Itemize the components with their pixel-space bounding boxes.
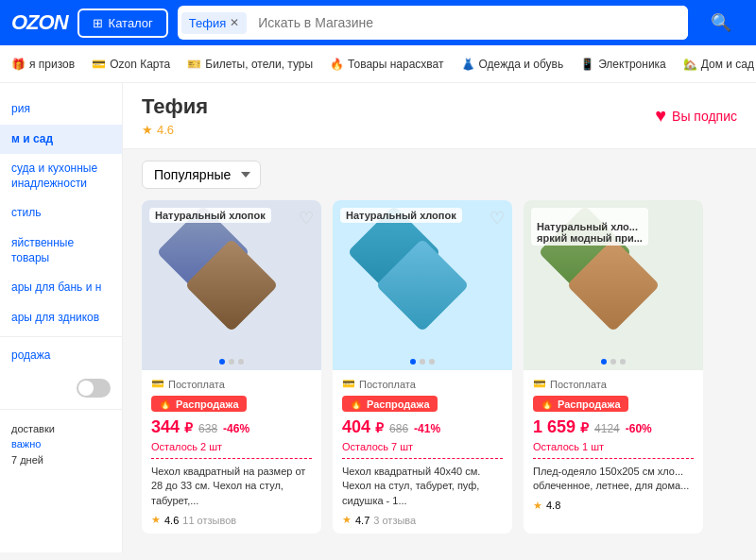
rating-row-0: ★ 4.6 11 отзывов (151, 514, 312, 526)
price-main-0: 344 ₽ (151, 417, 193, 437)
rating-row-1: ★ 4.7 3 отзыва (342, 514, 503, 526)
price-row-1: 404 ₽ 686 -41% (342, 417, 503, 437)
sort-select[interactable]: Популярные По цене По рейтингу Новинки (142, 161, 261, 189)
nav-hot[interactable]: 🔥 Товары нарасхват (330, 58, 443, 71)
stock-info-2: Осталось 1 шт (533, 441, 694, 459)
search-button[interactable]: 🔍 (697, 0, 745, 45)
ozon-logo: OZON (11, 10, 68, 35)
price-discount-2: -60% (626, 422, 652, 435)
product-heart-0[interactable]: ♡ (299, 208, 314, 229)
fire-icon-1: 🔥 (350, 398, 363, 410)
postpay-1: 💳 Постоплата (342, 378, 503, 390)
price-old-2: 4124 (594, 422, 620, 435)
shop-rating: ★ 4.6 (142, 123, 208, 137)
dot-2 (229, 359, 234, 365)
price-discount-0: -46% (223, 422, 249, 435)
reviews-1: 3 отзыва (373, 515, 416, 526)
search-input[interactable] (250, 6, 688, 40)
dot-2-active (601, 359, 607, 365)
sidebar-item-1[interactable]: м и сад (0, 125, 122, 155)
product-dots-2 (601, 359, 626, 365)
dot-1-2 (420, 359, 425, 365)
product-card-0[interactable]: Натуральный хлопок ♡ 💳 Постоплата (142, 200, 321, 534)
search-tag-close[interactable]: ✕ (230, 16, 239, 29)
stock-info-1: Осталось 7 шт (342, 441, 503, 459)
product-info-2: 💳 Постоплата 🔥 Распродажа 1 659 ₽ 4124 -… (524, 370, 703, 519)
product-card-2[interactable]: Натуральный хло... яркий модный при... 💳… (524, 200, 703, 534)
sidebar-toggle[interactable] (77, 379, 111, 398)
sidebar-item-3[interactable]: стиль (0, 198, 122, 229)
product-info-1: 💳 Постоплата 🔥 Распродажа 404 ₽ 686 -41% (333, 370, 512, 534)
stars-2: ★ (533, 500, 542, 512)
nav-home[interactable]: 🏡 Дом и сад (683, 58, 754, 71)
nav-card[interactable]: 💳 Ozon Карта (92, 58, 170, 71)
dot-3 (238, 359, 244, 365)
nav-bar: 🎁 я призов 💳 Ozon Карта 🎫 Билеты, отели,… (0, 45, 756, 83)
grid-icon: ⊞ (93, 16, 103, 30)
price-discount-1: -41% (414, 422, 440, 435)
nav-clothes[interactable]: 👗 Одежда и обувь (461, 58, 564, 71)
subscribe-button[interactable]: ♥ Вы подпис (655, 105, 737, 127)
electronics-icon: 📱 (580, 58, 594, 71)
catalog-button[interactable]: ⊞ Каталог (77, 8, 168, 38)
delivery-value: важно (11, 436, 111, 452)
sidebar-item-0[interactable]: рия (0, 94, 122, 125)
sale-badge-1: 🔥 Распродажа (342, 396, 438, 412)
diamond-wrap-0 (142, 200, 321, 370)
product-card-1[interactable]: Натуральный хлопок ♡ 💳 Постоплата (333, 200, 512, 534)
rating-0: 4.6 (164, 515, 179, 526)
reviews-0: 11 отзывов (182, 515, 236, 526)
rating-2: 4.8 (546, 500, 560, 511)
product-heart-1[interactable]: ♡ (490, 208, 505, 229)
sidebar-item-5[interactable]: ары для бань и н (0, 273, 122, 303)
clothes-icon: 👗 (461, 58, 475, 71)
sale-badge-0: 🔥 Распродажа (151, 396, 247, 412)
product-title-1: Чехол квадратный 40x40 см. Чехол на стул… (342, 465, 503, 508)
price-row-2: 1 659 ₽ 4124 -60% (533, 417, 694, 437)
nav-prizes[interactable]: 🎁 я призов (11, 58, 75, 71)
prizes-icon: 🎁 (11, 58, 26, 71)
stock-info-0: Осталось 2 шт (151, 441, 312, 459)
product-image-2: Натуральный хло... яркий модный при... (524, 200, 703, 370)
nav-travel[interactable]: 🎫 Билеты, отели, туры (187, 58, 313, 71)
product-dots-0 (219, 359, 244, 365)
search-tag[interactable]: Тефия ✕ (181, 12, 247, 34)
rating-value: 4.6 (157, 123, 174, 137)
price-main-1: 404 ₽ (342, 417, 384, 437)
sidebar-item-sale[interactable]: родажа (0, 341, 122, 371)
postpay-icon-1: 💳 (342, 378, 355, 390)
sale-badge-2: 🔥 Распродажа (533, 396, 628, 412)
stars-0: ★ (151, 514, 161, 526)
product-info-0: 💳 Постоплата 🔥 Распродажа 344 ₽ 638 -46% (142, 370, 321, 534)
nav-electronics[interactable]: 📱 Электроника (580, 58, 666, 71)
home-icon: 🏡 (683, 58, 697, 71)
product-dots-1 (410, 359, 435, 365)
fire-icon-0: 🔥 (159, 398, 172, 410)
sidebar-delivery: доставки важно 7 дней (0, 414, 122, 476)
product-image-1: Натуральный хлопок ♡ (333, 200, 512, 370)
sidebar-item-4[interactable]: яйственные товары (0, 229, 122, 273)
postpay-2: 💳 Постоплата (533, 378, 694, 390)
postpay-icon: 💳 (151, 378, 164, 390)
dot-1-active (410, 359, 416, 365)
main-content: Тефия ★ 4.6 ♥ Вы подпис Популярные По це… (123, 83, 756, 552)
sidebar-toggle-row (0, 371, 122, 405)
search-icon: 🔍 (711, 13, 731, 32)
dot-2-2 (610, 359, 616, 365)
search-tag-text: Тефия (189, 16, 226, 30)
dot-1-3 (429, 359, 435, 365)
product-badge-0: Натуральный хлопок (149, 208, 271, 223)
postpay-0: 💳 Постоплата (151, 378, 312, 390)
sidebar-divider-2 (0, 409, 122, 410)
delivery-label: доставки (11, 421, 111, 437)
price-row-0: 344 ₽ 638 -46% (151, 417, 312, 437)
sidebar-item-2[interactable]: суда и кухонные инадлежности (0, 154, 122, 198)
page-layout: рия м и сад суда и кухонные инадлежности… (0, 83, 756, 552)
shop-name: Тефия (142, 94, 208, 119)
sidebar-item-6[interactable]: ары для здников (0, 303, 122, 333)
price-old-1: 686 (389, 422, 408, 435)
stars-1: ★ (342, 514, 352, 526)
search-bar: Тефия ✕ (178, 6, 688, 40)
product-title-2: Плед-одеяло 150x205 см хло... облеченное… (533, 465, 694, 494)
products-grid: Натуральный хлопок ♡ 💳 Постоплата (123, 200, 756, 552)
